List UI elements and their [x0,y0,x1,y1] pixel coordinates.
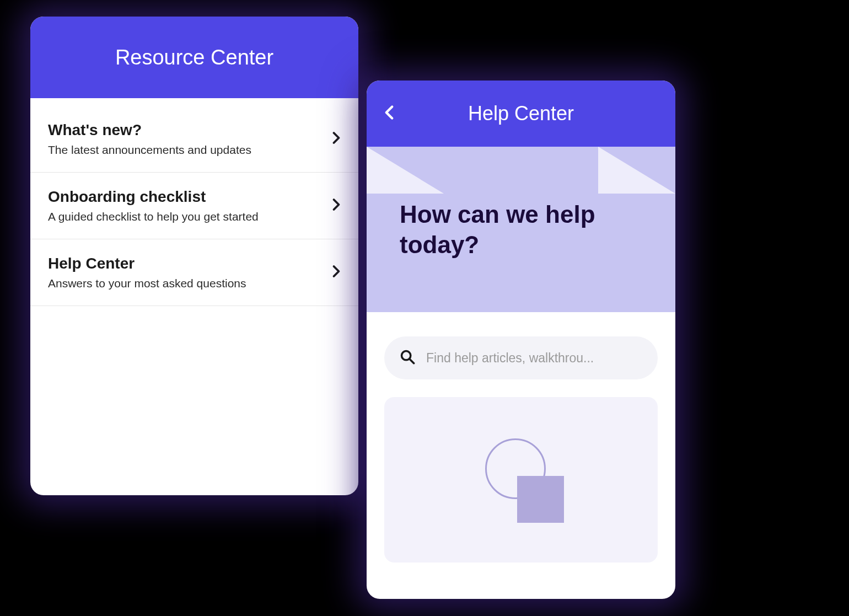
list-item-desc: The latest announcements and updates [48,143,325,157]
resource-center-header: Resource Center [30,17,358,98]
search-icon [400,349,415,367]
svg-point-0 [402,351,411,360]
svg-line-1 [410,360,414,363]
chevron-right-icon [332,131,341,147]
search-input[interactable] [426,351,642,366]
hero-decoration [598,147,675,194]
chevron-left-icon [384,105,394,122]
list-item-help-center[interactable]: Help Center Answers to your most asked q… [30,239,358,306]
back-button[interactable] [384,105,394,122]
list-item-content: Onboarding checklist A guided checklist … [48,188,325,223]
help-center-hero: How can we help today? [367,147,675,312]
list-item-onboarding[interactable]: Onboarding checklist A guided checklist … [30,173,358,239]
chevron-right-icon [332,265,341,280]
resource-center-panel: Resource Center What's new? The latest a… [30,17,358,495]
list-item-desc: A guided checklist to help you get start… [48,210,325,223]
help-center-header: Help Center [367,81,675,147]
search-box[interactable] [384,336,658,379]
resource-center-title: Resource Center [115,46,273,69]
list-item-desc: Answers to your most asked questions [48,277,325,290]
hero-decoration [367,147,444,194]
search-section [367,312,675,397]
resource-center-list: What's new? The latest announcements and… [30,98,358,306]
list-item-title: What's new? [48,121,325,139]
help-center-panel: Help Center How can we help today? [367,81,675,599]
placeholder-square-icon [517,476,564,523]
list-item-whats-new[interactable]: What's new? The latest announcements and… [30,106,358,173]
list-item-content: Help Center Answers to your most asked q… [48,255,325,290]
list-item-content: What's new? The latest announcements and… [48,121,325,157]
list-item-title: Onboarding checklist [48,188,325,206]
card-placeholder-graphic [480,438,562,521]
hero-title: How can we help today? [400,199,642,260]
help-center-title: Help Center [468,102,574,125]
article-card[interactable] [384,397,658,563]
chevron-right-icon [332,198,341,213]
list-item-title: Help Center [48,255,325,272]
